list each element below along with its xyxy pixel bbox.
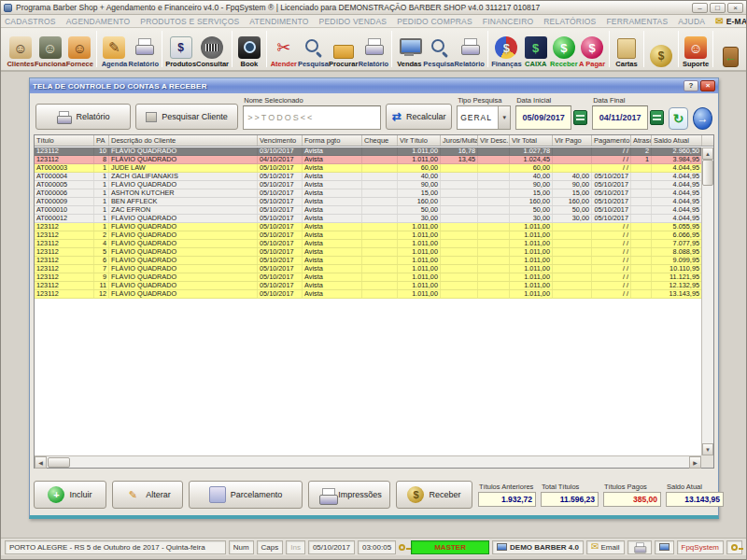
scroll-right-icon[interactable]: ▶ [689, 456, 701, 469]
close-button[interactable]: × [727, 3, 743, 13]
table-row[interactable]: 1231121FLÁVIO QUADRADO05/10/2017Avista1.… [35, 223, 701, 231]
table-cell: 05/10/2017 [592, 189, 631, 197]
table-row[interactable]: 1231128FLÁVIO QUADRADO04/10/2017Avista1.… [35, 156, 701, 164]
toolbar-button-vendas-pesquisa[interactable]: Pesquisa [423, 29, 454, 69]
column-header[interactable]: Vlr Total [510, 135, 553, 146]
menu-item-relat-rios[interactable]: RELATÓRIOS [543, 17, 596, 26]
menu-item-atendimento[interactable]: ATENDIMENTO [249, 17, 308, 26]
toolbar-button-procurar[interactable]: Procurar [329, 29, 359, 69]
toolbar-button-atender[interactable]: ✂Atender [270, 29, 298, 69]
column-header[interactable]: Cheque [362, 135, 398, 146]
menu-item-pedido-compras[interactable]: PEDIDO COMPRAS [397, 17, 472, 26]
search-client-button[interactable]: Pesquisar Cliente [135, 104, 238, 130]
recalculate-button[interactable]: ⇄ Recalcular [386, 104, 452, 130]
table-row[interactable]: 1231125FLÁVIO QUADRADO05/10/2017Avista1.… [35, 248, 701, 257]
toolbar-button-vendas[interactable]: Vendas [395, 29, 423, 69]
status-monitor[interactable] [655, 540, 674, 554]
menu-item-cadastros[interactable]: CADASTROS [5, 17, 56, 26]
table-row[interactable]: 12311210FLÁVIO QUADRADO03/10/2017Avista1… [35, 147, 701, 156]
column-header[interactable]: Vlr Pago [553, 135, 592, 146]
toolbar-button-suporte[interactable]: ☺Suporte [682, 29, 710, 69]
table-row[interactable]: AT0000061ASHTON KUTCHER05/10/2017Avista1… [35, 189, 701, 198]
go-arrow-icon[interactable]: → [693, 107, 712, 130]
column-header[interactable]: Pagamento [592, 135, 631, 146]
table-row[interactable]: 1231127FLÁVIO QUADRADO05/10/2017Avista1.… [35, 265, 701, 273]
menu-item-produtos-e-servi-os[interactable]: PRODUTOS E SERVIÇOS [140, 17, 239, 26]
toolbar-button-produtos[interactable]: $Produtos [165, 29, 196, 69]
menu-item-e-mail[interactable]: ✉E-MAIL [715, 17, 747, 26]
receber-button[interactable]: $Receber [396, 481, 472, 509]
column-header[interactable]: Descrição do Cliente [109, 135, 258, 146]
table-row[interactable]: 12311211FLÁVIO QUADRADO05/10/2017Avista1… [35, 282, 701, 290]
calendar-icon[interactable] [573, 110, 587, 125]
toolbar-button-cartas[interactable]: Cartas [613, 29, 641, 69]
column-header[interactable]: Atraso [631, 135, 652, 146]
toolbar-button-clientes[interactable]: ☺Clientes [7, 29, 35, 69]
menu-item-ferramentas[interactable]: FERRAMENTAS [606, 17, 668, 26]
toolbar-button-moeda[interactable]: $ [647, 29, 675, 69]
chevron-down-icon[interactable]: ▼ [498, 106, 510, 129]
menu-item-pedido-vendas[interactable]: PEDIDO VENDAS [319, 17, 388, 26]
column-header[interactable]: Forma pgto [303, 135, 362, 146]
toolbar-button-atend-pesquisa[interactable]: Pesquisa [298, 29, 329, 69]
table-row[interactable]: 1231126FLÁVIO QUADRADO05/10/2017Avista1.… [35, 257, 701, 265]
dialog-help-button[interactable]: ? [684, 80, 698, 91]
menu-item-financeiro[interactable]: FINANCEIRO [483, 17, 533, 26]
column-header[interactable]: Vlr Título [398, 135, 441, 146]
parcelamento-button[interactable]: Parcelamento [189, 481, 303, 509]
scroll-down-icon[interactable]: ▼ [702, 443, 713, 455]
incluir-button[interactable]: +Incluir [34, 481, 106, 509]
date-end-input[interactable]: 04/11/2017 [592, 105, 648, 130]
table-row[interactable]: AT0000091BEN AFFLECK05/10/2017Avista160,… [35, 198, 701, 206]
menu-item-ajuda[interactable]: AJUDA [678, 17, 705, 26]
column-header[interactable]: PA [94, 135, 109, 146]
column-header[interactable]: Saldo Atual [652, 135, 702, 146]
scroll-left-icon[interactable]: ◀ [35, 456, 47, 469]
column-header[interactable]: Título [35, 135, 94, 146]
table-row[interactable]: AT0000041ZACH GALIFIANAKIS05/10/2017Avis… [35, 173, 701, 181]
column-header[interactable]: Vlr Desc. [478, 135, 510, 146]
toolbar-button-financas[interactable]: $Finanças [491, 29, 522, 69]
vertical-scrollbar[interactable]: ▲ ▼ [701, 147, 713, 455]
vertical-scroll-thumb[interactable] [702, 160, 713, 186]
report-button[interactable]: Relatório [35, 104, 131, 130]
selected-name-input[interactable]: >>TODOS<< [243, 105, 381, 130]
table-row[interactable]: AT0000031JUDE LAW05/10/2017Avista60,0060… [35, 164, 701, 173]
toolbar-button-fornecedores[interactable]: ☺Fornece [65, 29, 93, 69]
table-row[interactable]: AT0000121FLÁVIO QUADRADO05/10/2017Avista… [35, 215, 701, 223]
column-header[interactable]: Vencimento [258, 135, 303, 146]
toolbar-button-caixa[interactable]: $CAIXA [522, 29, 550, 69]
toolbar-button-book[interactable]: Book [235, 29, 263, 69]
column-header[interactable]: Juros/Multa [441, 135, 478, 146]
toolbar-button-consultar[interactable]: Consultar [196, 29, 229, 69]
table-row[interactable]: AT0000051FLÁVIO QUADRADO05/10/2017Avista… [35, 181, 701, 189]
toolbar-button-sair[interactable]: ← [716, 29, 744, 69]
calendar-icon[interactable] [650, 110, 664, 125]
table-row[interactable]: 12311212FLÁVIO QUADRADO05/10/2017Avista1… [35, 290, 701, 299]
toolbar-button-atend-relatorio[interactable]: Relatório [359, 29, 389, 69]
toolbar-button-receber[interactable]: $Receber [550, 29, 578, 69]
horizontal-scroll-thumb[interactable] [48, 457, 70, 468]
toolbar-button-agenda[interactable]: ✎Agenda [100, 29, 128, 69]
refresh-icon[interactable]: ↻ [669, 107, 688, 130]
status-print[interactable] [627, 540, 652, 554]
impressoes-button[interactable]: Impressões [308, 481, 390, 509]
horizontal-scrollbar[interactable]: ◀ ▶ [35, 455, 701, 468]
toolbar-button-a-pagar[interactable]: $A Pagar [578, 29, 606, 69]
table-row[interactable]: 1231129FLÁVIO QUADRADO05/10/2017Avista1.… [35, 273, 701, 282]
maximize-button[interactable]: □ [710, 3, 726, 13]
date-start-input[interactable]: 05/09/2017 [515, 105, 571, 130]
alterar-button[interactable]: ✎Alterar [112, 481, 183, 509]
status-email[interactable]: ✉ Email [586, 540, 625, 554]
table-row[interactable]: 1231122FLÁVIO QUADRADO05/10/2017Avista1.… [35, 231, 701, 240]
menu-item-agendamento[interactable]: AGENDAMENTO [66, 17, 131, 26]
table-row[interactable]: AT0000101ZAC EFRON05/10/2017Avista50,005… [35, 206, 701, 215]
toolbar-button-vendas-relatorio[interactable]: Relatório [454, 29, 485, 69]
toolbar-button-agenda-relatorio[interactable]: Relatório [128, 29, 159, 69]
minimize-button[interactable]: – [692, 3, 708, 13]
table-row[interactable]: 1231124FLÁVIO QUADRADO05/10/2017Avista1.… [35, 240, 701, 248]
scroll-up-icon[interactable]: ▲ [702, 147, 713, 160]
dialog-close-button[interactable]: × [700, 80, 715, 91]
search-type-select[interactable]: GERAL ▼ [457, 105, 511, 130]
toolbar-button-funcionarios[interactable]: ☺Funciona [35, 29, 65, 69]
